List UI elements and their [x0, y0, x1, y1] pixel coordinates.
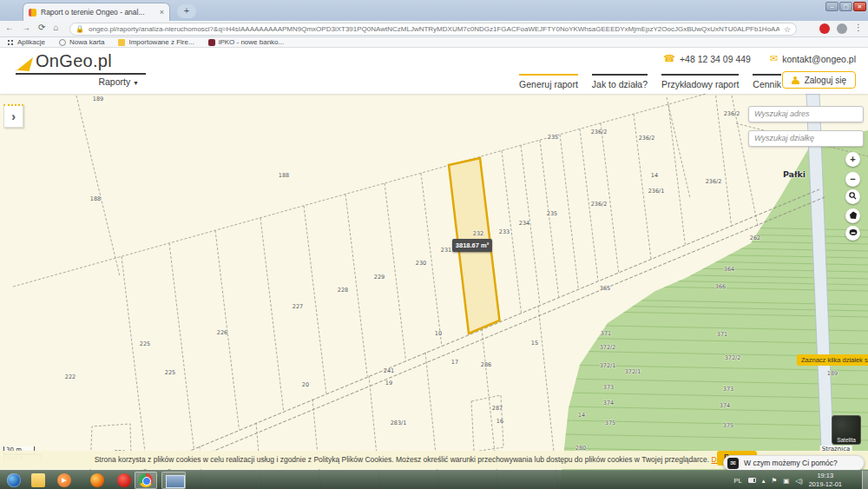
browser-tab[interactable]: Raport o terenie Ongeo - anal... × [23, 3, 170, 21]
layers-button[interactable] [845, 226, 860, 241]
bookmark-label: Nowa karta [69, 38, 104, 46]
action-center-flag-icon[interactable]: ⚑ [772, 477, 778, 485]
profile-icon[interactable] [837, 23, 847, 34]
parcel-number-label: 232 [473, 230, 483, 237]
window-preview-taskbar-button[interactable] [161, 472, 186, 489]
new-tab-button[interactable]: + [177, 4, 196, 18]
firefox-taskbar-icon[interactable] [90, 473, 104, 487]
parcel-number-label: 226 [217, 329, 227, 336]
parcel-number-label: 373 [603, 384, 614, 391]
opera-taskbar-icon[interactable] [117, 473, 131, 487]
ongeo-logo[interactable]: OnGeo.pl Raporty ▼ [16, 51, 146, 87]
explorer-taskbar-icon[interactable] [31, 473, 45, 487]
zoom-in-button[interactable]: + [845, 152, 860, 167]
bookmark-item[interactable]: iPKO - nowe banko... [208, 38, 285, 46]
language-indicator[interactable]: PL [734, 477, 742, 485]
tray-expand-icon[interactable]: ▴ [762, 477, 766, 485]
map-canvas[interactable]: 189188188235236/2236/2236/2236/214236/12… [0, 94, 868, 489]
polygon-tool-button[interactable] [845, 208, 860, 223]
contact-info: ☎ +48 12 34 09 449 ✉ kontakt@ongeo.pl [663, 53, 856, 64]
parcel-number-label: 225 [140, 340, 150, 347]
system-tray: PL ▴ ⚑ ▣ ◁) 19:13 2019-12-01 [734, 471, 842, 489]
parcel-number-label: 241 [384, 367, 394, 374]
parcel-number-label: 10 [435, 330, 442, 337]
nav-item-jak-to-dzia-a-[interactable]: Jak to działa? [592, 74, 648, 89]
phone-number: +48 12 34 09 449 [680, 54, 751, 64]
show-desktop-button[interactable] [862, 471, 868, 489]
search-magnifier-button[interactable] [845, 189, 860, 204]
parcel-number-label: 375 [605, 420, 615, 426]
start-button[interactable] [7, 473, 21, 487]
close-button[interactable]: ✕ [853, 2, 866, 11]
window-controls: – ▢ ✕ [825, 2, 866, 11]
bookmark-label: Importowane z Fire... [128, 38, 194, 46]
globe-icon [59, 39, 66, 46]
forward-icon[interactable]: → [22, 23, 30, 32]
parcel-number-label: 287 [492, 405, 503, 412]
search-address-input[interactable] [748, 106, 864, 122]
parcel-number-label: 14 [651, 172, 658, 179]
parcel-number-label: 188 [279, 172, 289, 179]
parcel-number-label: 374 [720, 402, 730, 409]
extension-red-icon[interactable] [819, 23, 830, 34]
clock-date: 2019-12-01 [809, 480, 842, 489]
parcel-number-label: 222 [65, 373, 76, 380]
phone-contact[interactable]: ☎ +48 12 34 09 449 [663, 53, 751, 64]
parcel-number-label: 235 [547, 210, 557, 217]
hint-tooltip: Zaznacz kilka działek sąsiad [797, 354, 868, 366]
email-address: kontakt@ongeo.pl [782, 54, 856, 64]
maximize-button[interactable]: ▢ [839, 2, 852, 11]
home-icon[interactable]: ⌂ [53, 23, 58, 32]
parcel-number-label: 188 [90, 195, 101, 202]
search-parcel-input[interactable] [748, 130, 864, 147]
parcel-number-label: 19 [385, 380, 392, 387]
parcel-area-tooltip: 3818.67 m² [452, 239, 492, 252]
logo-text: OnGeo.pl [36, 51, 112, 71]
parcel-number-label: 231 [441, 247, 451, 254]
parcel-number-label: 364 [724, 266, 734, 273]
parcel-number-label: 236/1 [648, 188, 665, 195]
user-icon [792, 76, 799, 84]
media-player-taskbar-icon[interactable] [57, 473, 71, 487]
bookmark-item[interactable]: Nowa karta [59, 38, 104, 46]
chat-envelope-icon: ✉ [727, 458, 739, 469]
raporty-dropdown[interactable]: Raporty ▼ [16, 76, 146, 87]
parcel-number-label: 374 [603, 400, 614, 406]
network-icon[interactable]: ▣ [783, 477, 789, 485]
chrome-taskbar-icon[interactable] [139, 473, 153, 487]
sidebar-toggle-button[interactable]: › [3, 104, 23, 128]
parcel-number-label: 372/1 [600, 362, 616, 369]
zoom-out-button[interactable]: − [845, 172, 860, 187]
parcel-number-label: 372/1 [625, 368, 641, 375]
refresh-icon[interactable]: ⟳ [38, 23, 45, 32]
parcel-number-label: 236/2 [591, 201, 608, 208]
parcel-number-label: 229 [374, 274, 385, 281]
browser-menu-icon[interactable]: ⋮ [854, 23, 863, 32]
chat-widget-button[interactable]: ✉ W czym możemy Ci pomóc? [723, 455, 865, 471]
taskbar-clock[interactable]: 19:13 2019-12-01 [809, 472, 842, 489]
login-button[interactable]: Zaloguj się [782, 71, 856, 89]
parcel-number-label: 236/2 [706, 178, 722, 185]
parcel-number-label: 365 [600, 285, 610, 292]
nav-item-generuj-raport[interactable]: Generuj raport [519, 74, 578, 89]
bookmark-item[interactable]: Importowane z Fire... [118, 38, 194, 46]
address-bar[interactable]: 🔒 ongeo.pl/raporty/analiza-nieruchomosci… [69, 23, 797, 36]
layer-switcher[interactable]: Satelita [832, 415, 861, 445]
parcel-number-label: 230 [416, 260, 426, 267]
nav-item-przyk-adowy-raport[interactable]: Przykładowy raport [661, 74, 739, 89]
battery-icon[interactable] [748, 478, 756, 483]
parcel-number-label: 372/2 [725, 354, 741, 361]
bookmark-item[interactable]: Aplikacje [7, 38, 45, 46]
apps-grid-icon [7, 39, 14, 46]
email-contact[interactable]: ✉ kontakt@ongeo.pl [770, 53, 856, 64]
tab-close-icon[interactable]: × [160, 8, 164, 17]
back-icon[interactable]: ← [5, 23, 14, 32]
parcel-number-label: 225 [165, 369, 175, 376]
tab-title: Raport o terenie Ongeo - anal... [41, 8, 155, 17]
bank-icon [208, 39, 215, 46]
speaker-icon[interactable]: ◁) [795, 477, 802, 485]
parcel-number-label: 228 [338, 287, 348, 294]
bookmark-star-icon[interactable]: ☆ [784, 25, 791, 34]
minimize-button[interactable]: – [825, 2, 838, 11]
nav-item-cennik[interactable]: Cennik [753, 74, 781, 89]
